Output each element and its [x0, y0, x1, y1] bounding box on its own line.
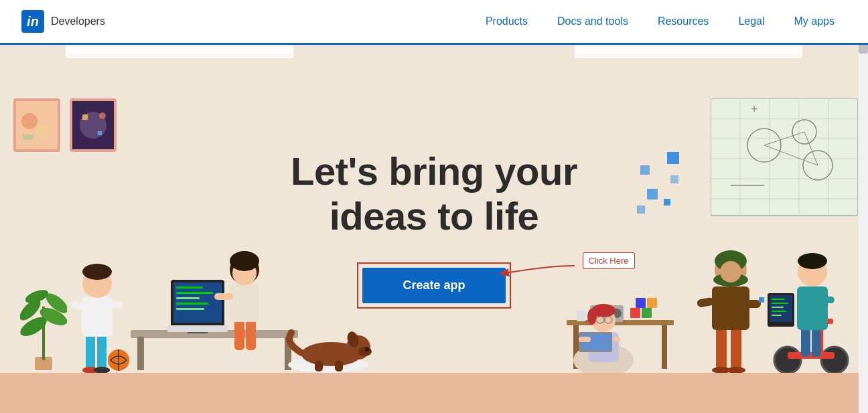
svg-rect-16 [86, 333, 95, 370]
svg-rect-127 [667, 152, 679, 164]
nav-item-products[interactable]: Products [474, 0, 540, 44]
svg-rect-28 [137, 337, 144, 370]
svg-point-51 [365, 347, 369, 351]
create-app-button[interactable]: Create app [362, 268, 505, 303]
svg-rect-54 [335, 361, 343, 371]
click-annotation-container: Click Here [583, 252, 635, 269]
person-hijab [697, 233, 764, 376]
ceiling-light-left [66, 45, 293, 58]
svg-rect-7 [98, 131, 102, 135]
svg-point-101 [798, 253, 827, 269]
hero-section: + Let's bring your ideas to life Create … [0, 45, 868, 413]
main-nav: Products Docs and tools Resources Legal … [474, 0, 847, 44]
person-scooter-area [768, 226, 855, 376]
svg-rect-41 [246, 320, 256, 350]
svg-rect-109 [711, 98, 858, 216]
hero-title: Let's bring your ideas to life [291, 149, 577, 238]
svg-rect-72 [613, 337, 620, 342]
svg-rect-107 [772, 311, 786, 312]
svg-text:+: + [751, 102, 758, 116]
svg-point-50 [358, 347, 372, 356]
header-logo-area: in Developers [21, 10, 105, 33]
svg-rect-106 [772, 307, 784, 308]
svg-rect-80 [731, 327, 741, 370]
svg-rect-93 [788, 352, 835, 359]
svg-rect-104 [772, 299, 785, 300]
svg-rect-39 [167, 325, 228, 332]
svg-rect-62 [630, 308, 640, 318]
svg-rect-130 [647, 189, 658, 199]
svg-rect-57 [662, 325, 667, 369]
svg-rect-131 [664, 199, 670, 205]
svg-rect-64 [636, 298, 646, 308]
svg-rect-83 [712, 286, 749, 330]
nav-item-legal[interactable]: Legal [726, 0, 776, 44]
svg-rect-36 [176, 308, 204, 310]
svg-rect-85 [746, 300, 761, 308]
svg-rect-97 [812, 327, 821, 357]
svg-rect-96 [801, 327, 810, 357]
svg-rect-79 [716, 327, 727, 370]
svg-rect-53 [315, 361, 323, 371]
svg-rect-32 [176, 286, 203, 288]
svg-rect-66 [577, 311, 586, 321]
ceiling-lights [0, 45, 868, 58]
svg-point-2 [36, 125, 50, 138]
svg-rect-0 [16, 101, 58, 149]
svg-rect-108 [772, 315, 782, 316]
plant-decoration [20, 240, 67, 376]
svg-rect-42 [230, 283, 259, 322]
scrollbar[interactable] [859, 0, 868, 413]
create-app-outer-border: Create app [357, 262, 510, 309]
site-header: in Developers Products Docs and tools Re… [0, 0, 868, 45]
svg-rect-6 [82, 114, 88, 120]
svg-rect-17 [97, 333, 106, 370]
svg-rect-71 [579, 337, 591, 342]
annotation-arrow [494, 260, 581, 287]
create-app-wrapper: Create app Click Here [357, 262, 510, 309]
svg-rect-43 [214, 293, 233, 300]
brand-name: Developers [51, 15, 105, 27]
svg-rect-128 [640, 165, 650, 175]
art-frame-1 [13, 98, 60, 152]
svg-rect-3 [23, 135, 33, 140]
floor [0, 373, 868, 413]
svg-rect-105 [772, 303, 788, 304]
linkedin-logo-icon[interactable]: in [21, 10, 44, 33]
svg-rect-20 [82, 297, 113, 337]
svg-point-90 [720, 261, 741, 282]
svg-point-75 [587, 309, 597, 325]
svg-point-8 [99, 112, 106, 119]
basketball [107, 349, 131, 375]
svg-rect-65 [647, 298, 657, 308]
svg-point-1 [21, 113, 38, 129]
svg-rect-33 [176, 292, 213, 294]
svg-point-46 [230, 251, 259, 271]
svg-rect-86 [759, 297, 764, 303]
dog [278, 306, 385, 376]
svg-rect-98 [797, 286, 828, 330]
svg-rect-129 [670, 175, 678, 183]
svg-point-24 [82, 264, 112, 280]
svg-rect-84 [697, 297, 715, 308]
svg-rect-34 [176, 297, 200, 299]
svg-rect-35 [176, 303, 208, 305]
art-frame-2 [70, 98, 117, 152]
blue-squares-decoration [634, 149, 687, 232]
svg-point-92 [821, 347, 848, 374]
wall-art-frames [13, 98, 117, 152]
svg-rect-22 [111, 301, 123, 308]
svg-rect-63 [642, 308, 652, 318]
svg-point-91 [774, 347, 801, 374]
nav-item-my-apps[interactable]: My apps [782, 0, 847, 44]
desk-area [131, 226, 298, 376]
nav-item-docs-and-tools[interactable]: Docs and tools [545, 0, 640, 44]
ceiling-light-right [575, 45, 802, 58]
svg-rect-99 [818, 297, 835, 303]
hero-content: Let's bring your ideas to life Create ap… [291, 149, 577, 309]
whiteboard: + [711, 98, 858, 222]
nav-item-resources[interactable]: Resources [646, 0, 721, 44]
click-here-label: Click Here [583, 252, 635, 269]
svg-rect-132 [637, 205, 645, 214]
svg-rect-40 [234, 320, 244, 350]
